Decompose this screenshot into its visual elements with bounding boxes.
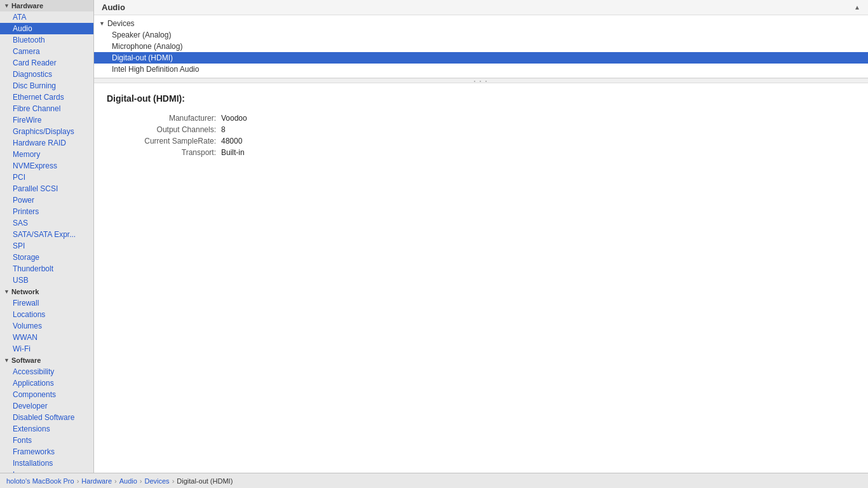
detail-row-1: Output Channels:8 <box>107 125 855 134</box>
detail-value-3: Built-in <box>221 148 245 157</box>
detail-label-0: Manufacturer: <box>107 114 221 123</box>
sidebar-item-spi[interactable]: SPI <box>0 240 93 252</box>
sidebar-item-wi-fi[interactable]: Wi-Fi <box>0 343 93 355</box>
sidebar-item-graphics-displays[interactable]: Graphics/Displays <box>0 126 93 137</box>
detail-value-2: 48000 <box>221 137 242 146</box>
sidebar-item-disabled-software[interactable]: Disabled Software <box>0 412 93 423</box>
sidebar-item-power[interactable]: Power <box>0 194 93 206</box>
content-body: ▼ Devices Speaker (Analog)Microphone (An… <box>94 15 868 473</box>
detail-row-0: Manufacturer:Voodoo <box>107 114 855 123</box>
breadcrumb-audio[interactable]: Audio <box>119 477 137 485</box>
sidebar-item-hardware-raid[interactable]: Hardware RAID <box>0 137 93 149</box>
sidebar-item-printers[interactable]: Printers <box>0 206 93 217</box>
sidebar-item-volumes[interactable]: Volumes <box>0 320 93 332</box>
network-items-list: FirewallLocationsVolumesWWANWi-Fi <box>0 297 93 355</box>
sidebar-item-firewire[interactable]: FireWire <box>0 114 93 126</box>
sidebar-item-frameworks[interactable]: Frameworks <box>0 446 93 458</box>
sidebar-item-ethernet-cards[interactable]: Ethernet Cards <box>0 92 93 103</box>
sidebar-item-sata-sata-expr[interactable]: SATA/SATA Expr... <box>0 229 93 240</box>
detail-row-3: Transport:Built-in <box>107 148 855 157</box>
tree-item-speaker-analog[interactable]: Speaker (Analog) <box>94 29 868 41</box>
sidebar-item-camera[interactable]: Camera <box>0 46 93 57</box>
tree-items-list: Speaker (Analog)Microphone (Analog)Digit… <box>94 29 868 75</box>
breadcrumb-devices[interactable]: Devices <box>145 477 170 485</box>
tree-item-intel-hda[interactable]: Intel High Definition Audio <box>94 64 868 75</box>
breadcrumb-sep-4: › <box>172 477 175 485</box>
sidebar-network-label: Network <box>11 288 39 295</box>
sidebar-item-accessibility[interactable]: Accessibility <box>0 366 93 377</box>
sidebar-item-developer[interactable]: Developer <box>0 400 93 412</box>
sidebar-item-card-reader[interactable]: Card Reader <box>0 57 93 69</box>
tree-item-microphone-analog[interactable]: Microphone (Analog) <box>94 41 868 52</box>
sidebar-item-locations[interactable]: Locations <box>0 309 93 320</box>
network-arrow-icon: ▼ <box>4 288 10 295</box>
sidebar-item-applications[interactable]: Applications <box>0 377 93 389</box>
breadcrumb-sep-3: › <box>140 477 142 485</box>
detail-row-2: Current SampleRate:48000 <box>107 137 855 146</box>
breadcrumb-digital-out: Digital-out (HDMI) <box>177 477 233 485</box>
sidebar-item-usb[interactable]: USB <box>0 274 93 286</box>
sidebar-item-installations[interactable]: Installations <box>0 458 93 469</box>
content-header: Audio ▲ <box>94 0 868 15</box>
sidebar-hardware-label: Hardware <box>11 2 43 10</box>
devices-arrow-icon: ▼ <box>99 20 105 27</box>
hardware-arrow-icon: ▼ <box>4 3 10 9</box>
sidebar-item-memory[interactable]: Memory <box>0 149 93 160</box>
sidebar-item-fonts[interactable]: Fonts <box>0 435 93 446</box>
sidebar: ▼ Hardware ATAAudioBluetoothCameraCard R… <box>0 0 94 473</box>
sidebar-item-extensions[interactable]: Extensions <box>0 423 93 435</box>
sidebar-item-wwan[interactable]: WWAN <box>0 332 93 343</box>
detail-title: Digital-out (HDMI): <box>107 93 855 104</box>
devices-section-header[interactable]: ▼ Devices <box>94 18 868 29</box>
detail-area: Digital-out (HDMI): Manufacturer:VoodooO… <box>94 83 868 473</box>
tree-area: ▼ Devices Speaker (Analog)Microphone (An… <box>94 15 868 78</box>
detail-label-2: Current SampleRate: <box>107 137 221 146</box>
sidebar-item-disc-burning[interactable]: Disc Burning <box>0 80 93 92</box>
hardware-items-list: ATAAudioBluetoothCameraCard ReaderDiagno… <box>0 11 93 286</box>
sidebar-item-nvmexpress[interactable]: NVMExpress <box>0 160 93 172</box>
breadcrumb: holoto's MacBook Pro›Hardware›Audio›Devi… <box>0 473 868 488</box>
sidebar-item-firewall[interactable]: Firewall <box>0 297 93 309</box>
software-arrow-icon: ▼ <box>4 357 10 363</box>
sidebar-item-pci[interactable]: PCI <box>0 172 93 183</box>
sidebar-item-components[interactable]: Components <box>0 389 93 400</box>
breadcrumb-hardware[interactable]: Hardware <box>81 477 112 485</box>
breadcrumb-sep-2: › <box>114 477 117 485</box>
breadcrumb-machine[interactable]: holoto's MacBook Pro <box>6 477 74 485</box>
software-items-list: AccessibilityApplicationsComponentsDevel… <box>0 366 93 473</box>
sidebar-section-hardware[interactable]: ▼ Hardware <box>0 0 93 11</box>
detail-value-1: 8 <box>221 125 226 134</box>
tree-item-digital-out-hdmi[interactable]: Digital-out (HDMI) <box>94 52 868 64</box>
sidebar-section-network[interactable]: ▼ Network <box>0 286 93 297</box>
sidebar-item-thunderbolt[interactable]: Thunderbolt <box>0 263 93 274</box>
sidebar-software-label: Software <box>11 356 41 364</box>
devices-label: Devices <box>107 19 135 28</box>
detail-value-0: Voodoo <box>221 114 247 123</box>
content-title: Audio <box>102 3 125 12</box>
collapse-button[interactable]: ▲ <box>854 4 860 11</box>
sidebar-item-diagnostics[interactable]: Diagnostics <box>0 69 93 80</box>
content-area: Audio ▲ ▼ Devices Speaker (Analog)Microp… <box>94 0 868 473</box>
sidebar-item-sas[interactable]: SAS <box>0 217 93 229</box>
sidebar-item-fibre-channel[interactable]: Fibre Channel <box>0 103 93 114</box>
sidebar-item-bluetooth[interactable]: Bluetooth <box>0 34 93 46</box>
breadcrumb-sep-1: › <box>77 477 79 485</box>
sidebar-section-software[interactable]: ▼ Software <box>0 355 93 366</box>
sidebar-item-parallel-scsi[interactable]: Parallel SCSI <box>0 183 93 194</box>
detail-label-3: Transport: <box>107 148 221 157</box>
sidebar-item-audio[interactable]: Audio <box>0 23 93 34</box>
sidebar-item-storage[interactable]: Storage <box>0 252 93 263</box>
detail-label-1: Output Channels: <box>107 125 221 134</box>
resize-divider[interactable]: • • • <box>94 78 868 83</box>
detail-fields-list: Manufacturer:VoodooOutput Channels:8Curr… <box>107 114 855 157</box>
sidebar-item-ata[interactable]: ATA <box>0 11 93 23</box>
